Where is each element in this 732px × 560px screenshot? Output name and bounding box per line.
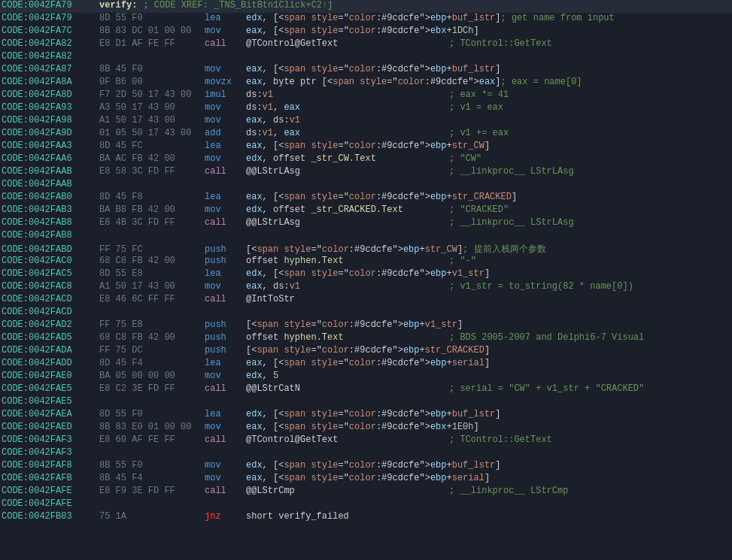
address: CODE:0042FAC8 xyxy=(2,281,99,292)
address: CODE:0042FAE0 xyxy=(2,371,99,381)
mnemonic: lea xyxy=(205,13,246,23)
comment: ; __linkproc__ LStrCmp xyxy=(449,486,568,496)
bytes: 68 C8 FB 42 00 xyxy=(99,332,205,343)
bytes: FF 75 DC xyxy=(99,345,205,356)
operands: @@LStrCmp xyxy=(246,486,449,496)
code-line: CODE:0042FAABE8 58 3C FD FFcall@@LStrLAs… xyxy=(0,166,732,179)
comment: ; __linkproc__ LStrLAsg xyxy=(449,217,574,228)
mnemonic: lea xyxy=(205,141,246,151)
bytes: 8B 45 F0 xyxy=(99,64,205,74)
address: CODE:0042FAE5 xyxy=(2,383,99,394)
comment: ; 提前入栈两个参数 xyxy=(463,243,545,256)
bytes: F7 2D 50 17 43 00 xyxy=(99,89,205,100)
mnemonic: lea xyxy=(205,358,246,368)
code-line: CODE:0042FAB8E8 4B 3C FD FFcall@@LStrLAs… xyxy=(0,217,732,230)
code-line: CODE:0042FA82E8 D1 AF FE FFcall@TControl… xyxy=(0,38,732,51)
comment: ; eax *= 41 xyxy=(449,89,509,100)
code-line: CODE:0042FA82 xyxy=(0,51,732,64)
code-line: CODE:0042FA8DF7 2D 50 17 43 00imulds:v1;… xyxy=(0,89,732,102)
address: CODE:0042FACD xyxy=(2,307,99,317)
code-line: CODE:0042FAB3BA B8 FB 42 00movedx, offse… xyxy=(0,204,732,217)
code-line: CODE:0042FAAB xyxy=(0,179,732,192)
operands: @@LStrCatN xyxy=(246,383,449,394)
code-line: CODE:0042FACD xyxy=(0,307,732,319)
comment: ; "CRACKED" xyxy=(449,204,509,215)
bytes: 01 05 50 17 43 00 xyxy=(99,128,205,138)
disassembly-view: CODE:0042FA79verify:; CODE XREF: _TNS_Bi… xyxy=(0,0,732,524)
operands: [<span style="color:#9cdcfe">ebp+v1_str] xyxy=(246,319,463,330)
operands: eax, ds:v1 xyxy=(246,281,449,292)
bytes: E8 F9 3E FD FF xyxy=(99,486,205,496)
code-line: CODE:0042FAC8A1 50 17 43 00moveax, ds:v1… xyxy=(0,281,732,294)
operands: eax, [<span style="color:#9cdcfe">ebp+se… xyxy=(246,358,490,368)
address: CODE:0042FACD xyxy=(2,294,99,304)
code-line: CODE:0042FAC068 C8 FB 42 00pushoffset hy… xyxy=(0,256,732,268)
operands: short verify_failed xyxy=(246,511,449,522)
mnemonic: mov xyxy=(205,371,246,381)
address: CODE:0042FA82 xyxy=(2,51,99,62)
comment: ; eax = name[0] xyxy=(501,77,582,87)
operands: ds:v1, eax xyxy=(246,128,449,138)
address: CODE:0042FAEA xyxy=(2,409,99,419)
address: CODE:0042FB03 xyxy=(2,511,99,522)
code-line: CODE:0042FAD568 C8 FB 42 00pushoffset hy… xyxy=(0,332,732,345)
bytes: 8B 83 E0 01 00 00 xyxy=(99,422,205,432)
operands: eax, [<span style="color:#9cdcfe">ebx+1E… xyxy=(246,422,479,432)
code-line: CODE:0042FAED8B 83 E0 01 00 00moveax, [<… xyxy=(0,422,732,434)
address: CODE:0042FAD2 xyxy=(2,319,99,330)
code-line: CODE:0042FA7C8B 83 DC 01 00 00moveax, [<… xyxy=(0,26,732,38)
address: CODE:0042FAAB xyxy=(2,166,99,177)
comment: ; serial = "CW" + v1_str + "CRACKED" xyxy=(449,383,644,394)
operands: edx, [<span style="color:#9cdcfe">ebp+bu… xyxy=(246,13,501,23)
code-line: CODE:0042FAF3 xyxy=(0,447,732,460)
address: CODE:0042FA87 xyxy=(2,64,99,74)
operands: @@LStrLAsg xyxy=(246,217,449,228)
bytes: 75 1A xyxy=(99,511,205,522)
code-line: CODE:0042FAA38D 45 FCleaeax, [<span styl… xyxy=(0,141,732,153)
operands: edx, 5 xyxy=(246,371,449,381)
bytes: E8 60 AF FE FF xyxy=(99,434,205,445)
bytes: E8 C2 3E FD FF xyxy=(99,383,205,394)
code-line: CODE:0042FAC58D 55 E8leaedx, [<span styl… xyxy=(0,268,732,281)
operands: @TControl@GetText xyxy=(246,434,449,445)
operands: edx, [<span style="color:#9cdcfe">ebp+bu… xyxy=(246,409,501,419)
bytes: 68 C8 FB 42 00 xyxy=(99,256,205,266)
mnemonic: push xyxy=(205,256,246,266)
address: CODE:0042FAD5 xyxy=(2,332,99,343)
mnemonic: jnz xyxy=(205,511,246,522)
mnemonic: call xyxy=(205,294,246,304)
mnemonic: call xyxy=(205,383,246,394)
bytes: E8 D1 AF FE FF xyxy=(99,38,205,49)
comment: ; v1 = eax xyxy=(449,102,503,113)
code-line: CODE:0042FA93A3 50 17 43 00movds:v1, eax… xyxy=(0,102,732,115)
code-line: CODE:0042FAA6BA AC FB 42 00movedx, offse… xyxy=(0,153,732,166)
bytes: A1 50 17 43 00 xyxy=(99,115,205,126)
operands: @IntToStr xyxy=(246,294,449,304)
address: CODE:0042FA8A xyxy=(2,77,99,87)
comment: ; "-" xyxy=(449,256,476,266)
address: CODE:0042FAFB xyxy=(2,473,99,483)
code-line: CODE:0042FABDFF 75 FCpush[<span style="c… xyxy=(0,243,732,256)
mnemonic: mov xyxy=(205,204,246,215)
address: CODE:0042FADD xyxy=(2,358,99,368)
code-line: CODE:0042FACDE8 46 6C FF FFcall@IntToStr xyxy=(0,294,732,307)
code-line: CODE:0042FA79verify:; CODE XREF: _TNS_Bi… xyxy=(0,0,732,13)
bytes: A3 50 17 43 00 xyxy=(99,102,205,113)
operands: @TControl@GetText xyxy=(246,38,449,49)
address: CODE:0042FAC5 xyxy=(2,268,99,279)
bytes: BA B8 FB 42 00 xyxy=(99,204,205,215)
address: CODE:0042FAFE xyxy=(2,486,99,496)
bytes: 8D 55 E8 xyxy=(99,268,205,279)
operands: @@LStrLAsg xyxy=(246,166,449,177)
operands: eax, [<span style="color:#9cdcfe">ebx+1D… xyxy=(246,26,479,36)
comment: ; __linkproc__ LStrLAsg xyxy=(449,166,574,177)
mnemonic: mov xyxy=(205,26,246,36)
mnemonic: call xyxy=(205,38,246,49)
comment: ; get name from input xyxy=(501,13,615,23)
address: CODE:0042FAA3 xyxy=(2,141,99,151)
operands: ds:v1 xyxy=(246,89,449,100)
mnemonic: push xyxy=(205,244,246,255)
mnemonic: lea xyxy=(205,192,246,202)
mnemonic: call xyxy=(205,217,246,228)
operands: [<span style="color:#9cdcfe">ebp+str_CW] xyxy=(246,244,463,255)
